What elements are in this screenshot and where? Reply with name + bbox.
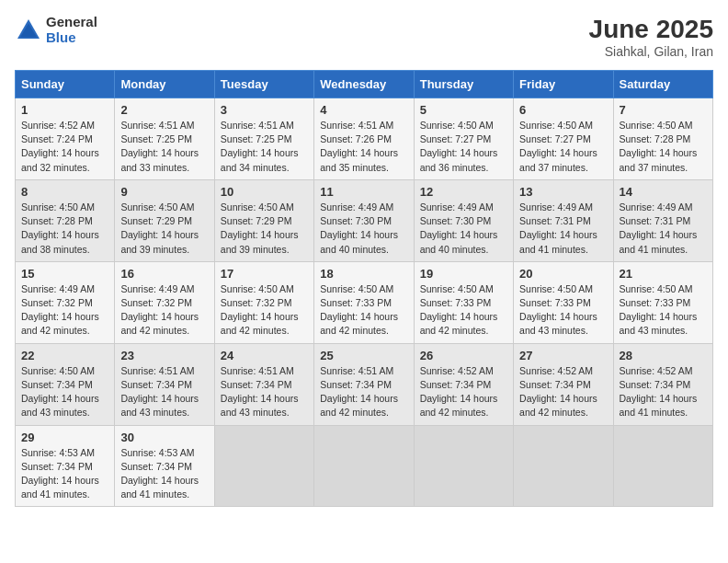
day-info: Sunrise: 4:50 AMSunset: 7:33 PMDaylight:… — [519, 282, 607, 339]
day-number: 13 — [519, 185, 607, 199]
day-info: Sunrise: 4:50 AMSunset: 7:28 PMDaylight:… — [21, 201, 108, 257]
calendar-week-row: 15Sunrise: 4:49 AMSunset: 7:32 PMDayligh… — [16, 261, 713, 343]
day-info: Sunrise: 4:51 AMSunset: 7:34 PMDaylight:… — [120, 364, 208, 420]
day-info: Sunrise: 4:53 AMSunset: 7:34 PMDaylight:… — [120, 446, 208, 502]
logo-general: General — [46, 15, 97, 30]
day-info: Sunrise: 4:50 AMSunset: 7:29 PMDaylight:… — [221, 201, 308, 257]
month-title: June 2025 — [589, 15, 713, 44]
calendar-cell: 2Sunrise: 4:51 AMSunset: 7:25 PMDaylight… — [115, 98, 214, 180]
calendar-cell: 17Sunrise: 4:50 AMSunset: 7:32 PMDayligh… — [214, 261, 313, 343]
calendar-cell: 29Sunrise: 4:53 AMSunset: 7:34 PMDayligh… — [16, 425, 115, 507]
day-number: 17 — [221, 267, 308, 281]
day-info: Sunrise: 4:50 AMSunset: 7:32 PMDaylight:… — [221, 282, 308, 339]
day-info: Sunrise: 4:52 AMSunset: 7:34 PMDaylight:… — [519, 364, 607, 420]
day-info: Sunrise: 4:50 AMSunset: 7:34 PMDaylight:… — [21, 364, 108, 420]
day-info: Sunrise: 4:49 AMSunset: 7:32 PMDaylight:… — [120, 282, 208, 339]
calendar-cell: 26Sunrise: 4:52 AMSunset: 7:34 PMDayligh… — [414, 343, 513, 425]
calendar-cell: 28Sunrise: 4:52 AMSunset: 7:34 PMDayligh… — [613, 343, 712, 425]
day-info: Sunrise: 4:50 AMSunset: 7:28 PMDaylight:… — [620, 119, 707, 175]
page-header: General Blue June 2025 Siahkal, Gilan, I… — [15, 15, 713, 59]
day-number: 8 — [21, 185, 108, 199]
calendar-cell: 25Sunrise: 4:51 AMSunset: 7:34 PMDayligh… — [314, 343, 414, 425]
day-info: Sunrise: 4:50 AMSunset: 7:33 PMDaylight:… — [320, 282, 407, 339]
calendar-cell: 22Sunrise: 4:50 AMSunset: 7:34 PMDayligh… — [16, 343, 115, 425]
calendar-week-row: 22Sunrise: 4:50 AMSunset: 7:34 PMDayligh… — [16, 343, 713, 425]
calendar-week-row: 1Sunrise: 4:52 AMSunset: 7:24 PMDaylight… — [16, 98, 713, 180]
header-wednesday: Wednesday — [314, 71, 414, 98]
day-info: Sunrise: 4:49 AMSunset: 7:32 PMDaylight:… — [21, 282, 108, 339]
day-number: 23 — [120, 349, 208, 362]
day-info: Sunrise: 4:52 AMSunset: 7:24 PMDaylight:… — [21, 119, 108, 175]
day-number: 30 — [120, 431, 208, 444]
day-info: Sunrise: 4:49 AMSunset: 7:31 PMDaylight:… — [519, 201, 607, 257]
day-info: Sunrise: 4:50 AMSunset: 7:33 PMDaylight:… — [620, 282, 707, 339]
calendar-cell: 3Sunrise: 4:51 AMSunset: 7:25 PMDaylight… — [214, 98, 313, 180]
day-number: 9 — [120, 185, 208, 199]
day-number: 1 — [21, 103, 108, 117]
day-number: 14 — [620, 185, 707, 199]
header-tuesday: Tuesday — [214, 71, 313, 98]
day-info: Sunrise: 4:50 AMSunset: 7:27 PMDaylight:… — [519, 119, 607, 175]
calendar-cell: 11Sunrise: 4:49 AMSunset: 7:30 PMDayligh… — [314, 179, 414, 261]
calendar-cell: 4Sunrise: 4:51 AMSunset: 7:26 PMDaylight… — [314, 98, 414, 180]
calendar-table: SundayMondayTuesdayWednesdayThursdayFrid… — [15, 70, 713, 507]
calendar-cell: 19Sunrise: 4:50 AMSunset: 7:33 PMDayligh… — [414, 261, 513, 343]
day-info: Sunrise: 4:49 AMSunset: 7:31 PMDaylight:… — [620, 201, 707, 257]
day-info: Sunrise: 4:50 AMSunset: 7:27 PMDaylight:… — [420, 119, 507, 175]
calendar-cell: 23Sunrise: 4:51 AMSunset: 7:34 PMDayligh… — [115, 343, 214, 425]
calendar-cell: 1Sunrise: 4:52 AMSunset: 7:24 PMDaylight… — [16, 98, 115, 180]
calendar-cell: 9Sunrise: 4:50 AMSunset: 7:29 PMDaylight… — [115, 179, 214, 261]
day-number: 4 — [320, 103, 407, 117]
calendar-cell: 27Sunrise: 4:52 AMSunset: 7:34 PMDayligh… — [514, 343, 613, 425]
day-number: 25 — [320, 349, 407, 362]
day-info: Sunrise: 4:51 AMSunset: 7:25 PMDaylight:… — [221, 119, 308, 175]
header-friday: Friday — [514, 71, 613, 98]
calendar-week-row: 8Sunrise: 4:50 AMSunset: 7:28 PMDaylight… — [16, 179, 713, 261]
header-saturday: Saturday — [613, 71, 712, 98]
header-thursday: Thursday — [414, 71, 513, 98]
day-number: 7 — [620, 103, 707, 117]
day-number: 22 — [21, 349, 108, 362]
day-number: 18 — [320, 267, 407, 281]
calendar-cell: 6Sunrise: 4:50 AMSunset: 7:27 PMDaylight… — [514, 98, 613, 180]
calendar-cell: 24Sunrise: 4:51 AMSunset: 7:34 PMDayligh… — [214, 343, 313, 425]
calendar-cell — [314, 425, 414, 507]
header-monday: Monday — [115, 71, 214, 98]
day-info: Sunrise: 4:52 AMSunset: 7:34 PMDaylight:… — [620, 364, 707, 420]
calendar-cell: 30Sunrise: 4:53 AMSunset: 7:34 PMDayligh… — [115, 425, 214, 507]
calendar-cell — [613, 425, 712, 507]
calendar-cell — [514, 425, 613, 507]
calendar-cell: 20Sunrise: 4:50 AMSunset: 7:33 PMDayligh… — [514, 261, 613, 343]
calendar-cell: 5Sunrise: 4:50 AMSunset: 7:27 PMDaylight… — [414, 98, 513, 180]
day-number: 16 — [120, 267, 208, 281]
calendar-cell: 7Sunrise: 4:50 AMSunset: 7:28 PMDaylight… — [613, 98, 712, 180]
day-number: 10 — [221, 185, 308, 199]
logo-text: General Blue — [46, 15, 97, 45]
calendar-cell: 10Sunrise: 4:50 AMSunset: 7:29 PMDayligh… — [214, 179, 313, 261]
day-info: Sunrise: 4:50 AMSunset: 7:33 PMDaylight:… — [420, 282, 507, 339]
day-number: 28 — [620, 349, 707, 362]
day-number: 11 — [320, 185, 407, 199]
day-info: Sunrise: 4:51 AMSunset: 7:34 PMDaylight:… — [221, 364, 308, 420]
day-number: 19 — [420, 267, 507, 281]
day-info: Sunrise: 4:51 AMSunset: 7:26 PMDaylight:… — [320, 119, 407, 175]
calendar-cell: 13Sunrise: 4:49 AMSunset: 7:31 PMDayligh… — [514, 179, 613, 261]
logo-icon — [15, 17, 42, 44]
calendar-cell: 18Sunrise: 4:50 AMSunset: 7:33 PMDayligh… — [314, 261, 414, 343]
day-info: Sunrise: 4:49 AMSunset: 7:30 PMDaylight:… — [420, 201, 507, 257]
calendar-cell: 8Sunrise: 4:50 AMSunset: 7:28 PMDaylight… — [16, 179, 115, 261]
title-block: June 2025 Siahkal, Gilan, Iran — [589, 15, 713, 59]
day-info: Sunrise: 4:49 AMSunset: 7:30 PMDaylight:… — [320, 201, 407, 257]
calendar-cell: 12Sunrise: 4:49 AMSunset: 7:30 PMDayligh… — [414, 179, 513, 261]
day-info: Sunrise: 4:53 AMSunset: 7:34 PMDaylight:… — [21, 446, 108, 502]
calendar-cell: 21Sunrise: 4:50 AMSunset: 7:33 PMDayligh… — [613, 261, 712, 343]
calendar-cell: 15Sunrise: 4:49 AMSunset: 7:32 PMDayligh… — [16, 261, 115, 343]
day-number: 26 — [420, 349, 507, 362]
day-number: 20 — [519, 267, 607, 281]
day-info: Sunrise: 4:51 AMSunset: 7:25 PMDaylight:… — [120, 119, 208, 175]
calendar-week-row: 29Sunrise: 4:53 AMSunset: 7:34 PMDayligh… — [16, 425, 713, 507]
day-number: 2 — [120, 103, 208, 117]
day-number: 6 — [519, 103, 607, 117]
day-info: Sunrise: 4:50 AMSunset: 7:29 PMDaylight:… — [120, 201, 208, 257]
location: Siahkal, Gilan, Iran — [589, 44, 713, 59]
